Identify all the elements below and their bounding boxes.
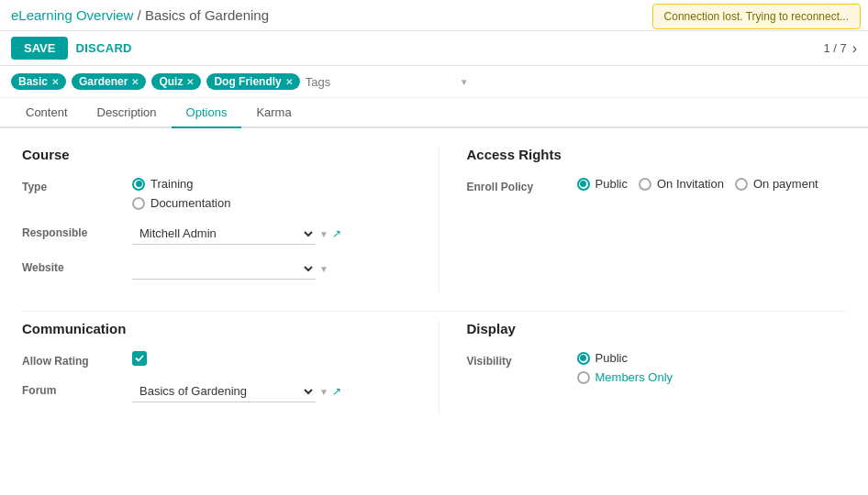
enroll-policy-label: Enroll Policy bbox=[467, 177, 577, 193]
responsible-external-link[interactable]: ↗ bbox=[332, 227, 341, 240]
enroll-public-option[interactable]: Public bbox=[577, 177, 628, 191]
allow-rating-label: Allow Rating bbox=[22, 351, 132, 368]
forum-dropdown-arrow: ▼ bbox=[319, 387, 328, 397]
pagination-next-button[interactable]: › bbox=[852, 40, 857, 57]
website-label: Website bbox=[22, 258, 132, 274]
type-documentation-radio[interactable] bbox=[132, 197, 145, 210]
enroll-policy-radio-group: Public On Invitation On payment bbox=[577, 177, 847, 191]
responsible-label: Responsible bbox=[22, 223, 132, 239]
allow-rating-value bbox=[132, 351, 402, 366]
visibility-label: Visibility bbox=[467, 351, 577, 368]
website-select[interactable] bbox=[132, 258, 316, 280]
tag-quiz-remove[interactable]: ✕ bbox=[186, 77, 194, 87]
tab-options[interactable]: Options bbox=[172, 98, 242, 128]
visibility-row: Visibility Public Members Only bbox=[467, 351, 847, 384]
forum-external-link[interactable]: ↗ bbox=[332, 385, 341, 398]
bottom-sections: Communication Allow Rating Forum Basics … bbox=[0, 312, 868, 434]
tag-basic-label: Basic bbox=[18, 75, 48, 88]
connection-toast: Connection lost. Trying to reconnect... bbox=[652, 4, 861, 29]
website-value: ▼ bbox=[132, 258, 402, 280]
enroll-invitation-option[interactable]: On Invitation bbox=[639, 177, 724, 191]
enroll-payment-radio[interactable] bbox=[735, 178, 748, 191]
enroll-payment-option[interactable]: On payment bbox=[735, 177, 818, 191]
responsible-row: Responsible Mitchell Admin ▼ ↗ bbox=[22, 223, 402, 245]
enroll-invitation-radio[interactable] bbox=[639, 178, 651, 191]
toolbar: SAVE DISCARD 1 / 7 › bbox=[0, 31, 868, 66]
breadcrumb-separator: / bbox=[138, 7, 145, 23]
type-label: Type bbox=[22, 177, 132, 193]
tag-gardener-label: Gardener bbox=[79, 75, 128, 88]
type-training-label: Training bbox=[150, 177, 193, 191]
course-section-title: Course bbox=[22, 147, 402, 162]
allow-rating-row: Allow Rating bbox=[22, 351, 402, 368]
tag-dog-friendly-label: Dog Friendly bbox=[214, 75, 281, 88]
enroll-payment-label: On payment bbox=[753, 177, 818, 191]
display-section: Display Visibility Public Members Only bbox=[439, 321, 847, 415]
type-row: Type Training Documentation bbox=[22, 177, 402, 210]
responsible-select[interactable]: Mitchell Admin bbox=[132, 223, 316, 245]
enroll-public-label: Public bbox=[595, 177, 628, 191]
tab-karma[interactable]: Karma bbox=[241, 98, 306, 128]
enroll-public-radio[interactable] bbox=[577, 178, 590, 191]
visibility-radio-group: Public Members Only bbox=[577, 351, 847, 384]
header: eLearning Overview / Basics of Gardening… bbox=[0, 0, 868, 31]
visibility-members-label: Members Only bbox=[595, 370, 673, 384]
responsible-dropdown-arrow: ▼ bbox=[319, 229, 328, 239]
tag-dog-friendly: Dog Friendly ✕ bbox=[206, 73, 299, 90]
display-section-title: Display bbox=[467, 321, 847, 336]
allow-rating-checkbox-wrapper bbox=[132, 351, 402, 366]
tags-bar: Basic ✕ Gardener ✕ Quiz ✕ Dog Friendly ✕… bbox=[0, 66, 868, 98]
type-value: Training Documentation bbox=[132, 177, 402, 210]
type-training-option[interactable]: Training bbox=[132, 177, 402, 191]
access-rights-title: Access Rights bbox=[467, 147, 847, 162]
tag-gardener: Gardener ✕ bbox=[72, 73, 146, 90]
main-content-top: Course Type Training Documentation Respo… bbox=[0, 128, 868, 311]
course-section: Course Type Training Documentation Respo… bbox=[22, 147, 429, 292]
tab-content[interactable]: Content bbox=[11, 98, 83, 128]
communication-section-title: Communication bbox=[22, 321, 402, 336]
tag-basic: Basic ✕ bbox=[11, 73, 66, 90]
breadcrumb-link[interactable]: eLearning Overview bbox=[11, 7, 133, 23]
tag-dog-friendly-remove[interactable]: ✕ bbox=[285, 77, 293, 87]
visibility-public-label: Public bbox=[595, 351, 628, 365]
breadcrumb-current: Basics of Gardening bbox=[145, 7, 269, 23]
tab-description[interactable]: Description bbox=[83, 98, 172, 128]
enroll-policy-value: Public On Invitation On payment bbox=[577, 177, 847, 191]
enroll-invitation-label: On Invitation bbox=[657, 177, 724, 191]
visibility-value: Public Members Only bbox=[577, 351, 847, 384]
checkmark-icon bbox=[135, 354, 144, 363]
forum-label: Forum bbox=[22, 380, 132, 397]
tags-dropdown-arrow[interactable]: ▼ bbox=[460, 77, 469, 87]
visibility-members-option[interactable]: Members Only bbox=[577, 370, 847, 384]
website-dropdown-arrow: ▼ bbox=[319, 264, 328, 274]
allow-rating-checkbox[interactable] bbox=[132, 351, 147, 366]
access-rights-section: Access Rights Enroll Policy Public On In… bbox=[439, 147, 847, 292]
type-documentation-label: Documentation bbox=[150, 196, 230, 210]
forum-value: Basics of Gardening ▼ ↗ bbox=[132, 380, 402, 402]
responsible-value: Mitchell Admin ▼ ↗ bbox=[132, 223, 402, 245]
forum-select[interactable]: Basics of Gardening bbox=[132, 380, 316, 402]
save-button[interactable]: SAVE bbox=[11, 37, 68, 60]
tabs-bar: Content Description Options Karma bbox=[0, 98, 868, 128]
discard-button[interactable]: DISCARD bbox=[75, 41, 131, 55]
visibility-public-radio[interactable] bbox=[577, 352, 590, 365]
type-training-radio[interactable] bbox=[132, 178, 145, 191]
forum-row: Forum Basics of Gardening ▼ ↗ bbox=[22, 380, 402, 402]
pagination-display: 1 / 7 bbox=[823, 41, 846, 55]
tag-quiz-label: Quiz bbox=[159, 75, 183, 88]
tag-basic-remove[interactable]: ✕ bbox=[51, 77, 59, 87]
tags-input-wrapper: ▼ bbox=[306, 75, 469, 89]
visibility-members-radio[interactable] bbox=[577, 371, 590, 384]
pagination: 1 / 7 › bbox=[823, 40, 857, 57]
website-row: Website ▼ bbox=[22, 258, 402, 280]
communication-section: Communication Allow Rating Forum Basics … bbox=[22, 321, 429, 415]
visibility-public-option[interactable]: Public bbox=[577, 351, 847, 365]
type-radio-group: Training Documentation bbox=[132, 177, 402, 210]
tags-input[interactable] bbox=[306, 75, 460, 89]
type-documentation-option[interactable]: Documentation bbox=[132, 196, 402, 210]
tag-quiz: Quiz ✕ bbox=[151, 73, 201, 90]
enroll-policy-row: Enroll Policy Public On Invitation On pa… bbox=[467, 177, 847, 193]
tag-gardener-remove[interactable]: ✕ bbox=[131, 77, 139, 87]
breadcrumb: eLearning Overview / Basics of Gardening bbox=[11, 7, 269, 23]
